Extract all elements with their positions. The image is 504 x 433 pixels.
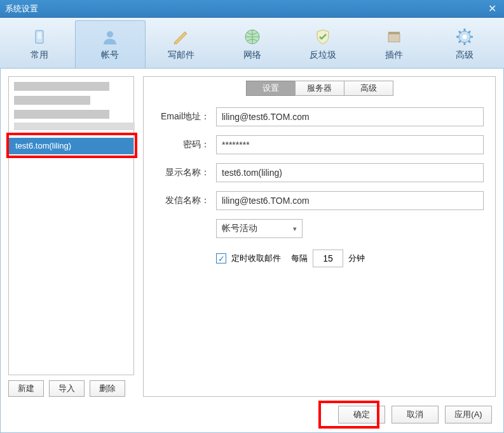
gear-icon	[456, 28, 473, 46]
account-list[interactable]: test6.tom(liling)	[8, 76, 134, 375]
close-icon[interactable]: ✕	[486, 3, 499, 15]
new-button[interactable]: 新建	[8, 380, 44, 397]
poll-every-label: 每隔	[291, 253, 308, 264]
svg-point-2	[107, 31, 113, 37]
tab-label: 常用	[31, 50, 48, 61]
import-button[interactable]: 导入	[49, 380, 85, 397]
right-panel: 设置 服务器 高级 Email地址： 密码： 显示名称： 发信名称	[143, 76, 496, 397]
subtab-server[interactable]: 服务器	[295, 81, 344, 96]
svg-line-13	[468, 41, 470, 43]
tab-label: 帐号	[101, 50, 119, 61]
redacted-line	[14, 82, 109, 91]
account-icon	[101, 28, 119, 46]
settings-form: Email地址： 密码： 显示名称： 发信名称：	[155, 107, 484, 276]
subtab-label: 设置	[262, 83, 279, 93]
select-value: 帐号活动	[222, 223, 257, 234]
poll-unit-label: 分钟	[348, 253, 365, 264]
poll-checkbox[interactable]: ✓	[216, 253, 226, 263]
poll-minutes-input[interactable]	[313, 250, 343, 267]
svg-rect-4	[388, 34, 400, 42]
general-icon	[31, 28, 48, 46]
subtab-advanced[interactable]: 高级	[344, 81, 393, 96]
ok-button[interactable]: 确定	[338, 406, 385, 423]
left-column: test6.tom(liling) 新建 导入 删除	[8, 76, 134, 397]
redacted-line	[14, 96, 90, 105]
tab-label: 反垃圾	[310, 50, 336, 61]
sender-name-label: 发信名称：	[155, 195, 216, 206]
account-item-selected[interactable]: test6.tom(liling)	[9, 138, 133, 154]
email-label: Email地址：	[155, 111, 216, 123]
titlebar: 系统设置 ✕	[0, 0, 504, 18]
cancel-button[interactable]: 取消	[392, 406, 439, 423]
apply-button[interactable]: 应用(A)	[445, 406, 492, 423]
toolbar: 常用 帐号 写邮件 网络 反垃圾 插件 高级	[0, 18, 504, 69]
chevron-down-icon: ▾	[293, 225, 297, 233]
body: test6.tom(liling) 新建 导入 删除 设置 服务器 高级 Ema…	[0, 69, 504, 433]
password-label: 密码：	[155, 139, 216, 150]
svg-rect-5	[388, 32, 400, 34]
redacted-line	[14, 110, 109, 119]
email-input[interactable]	[216, 107, 484, 126]
dialog-buttons: 确定 取消 应用(A)	[338, 406, 492, 423]
tab-plugin[interactable]: 插件	[358, 20, 430, 68]
poll-checkbox-label: 定时收取邮件	[231, 253, 281, 264]
shield-icon	[314, 28, 332, 46]
network-icon	[243, 28, 261, 46]
display-name-input[interactable]	[216, 163, 484, 182]
tab-advanced[interactable]: 高级	[429, 20, 500, 68]
compose-icon	[172, 28, 190, 46]
svg-line-12	[459, 31, 461, 33]
tab-compose[interactable]: 写邮件	[146, 20, 217, 68]
plugin-icon	[385, 28, 403, 46]
subtabs: 设置 服务器 高级	[144, 81, 495, 96]
window-title: 系统设置	[5, 3, 486, 15]
tab-label: 写邮件	[168, 50, 194, 61]
display-name-label: 显示名称：	[155, 167, 216, 178]
tab-label: 网络	[243, 50, 261, 61]
tab-antispam[interactable]: 反垃圾	[287, 20, 358, 68]
account-list-buttons: 新建 导入 删除	[8, 380, 134, 397]
tab-network[interactable]: 网络	[217, 20, 288, 68]
svg-line-14	[468, 31, 470, 33]
account-status-select[interactable]: 帐号活动 ▾	[216, 219, 303, 238]
password-input[interactable]	[216, 135, 484, 154]
tab-general[interactable]: 常用	[4, 20, 75, 68]
svg-point-7	[463, 35, 467, 39]
tab-label: 高级	[456, 50, 473, 61]
delete-button[interactable]: 删除	[90, 380, 125, 397]
tab-label: 插件	[385, 50, 403, 61]
account-item-label: test6.tom(liling)	[15, 141, 71, 150]
svg-rect-1	[37, 32, 41, 39]
subtab-settings[interactable]: 设置	[246, 81, 296, 96]
subtab-label: 服务器	[307, 83, 332, 93]
redacted-line	[14, 123, 135, 130]
sender-name-input[interactable]	[216, 191, 484, 210]
subtab-label: 高级	[360, 83, 377, 93]
tab-account[interactable]: 帐号	[75, 20, 146, 68]
svg-line-15	[459, 41, 461, 43]
